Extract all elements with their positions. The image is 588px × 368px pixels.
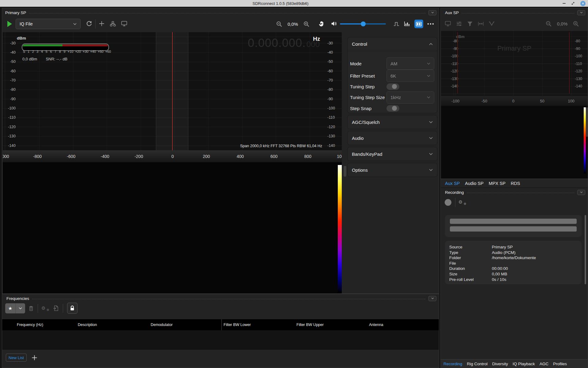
- mute-button[interactable]: [331, 21, 337, 26]
- column-header[interactable]: Demodulator: [136, 323, 209, 327]
- primary-spectrum[interactable]: dBm -30-40-50-60-70-80-90-100-110-120-13…: [3, 32, 342, 150]
- recording-info-row: Pre-roll Level 0s / 10s: [449, 277, 582, 282]
- tab-aux-sp[interactable]: Aux SP: [445, 181, 460, 186]
- tab-rds[interactable]: RDS: [511, 181, 520, 186]
- aux-display-button[interactable]: [445, 21, 451, 26]
- info-value: 0s / 10s: [492, 277, 582, 282]
- gears-icon: ⚙⚙: [458, 200, 466, 204]
- tuning-step-size-label: Tuning Step Size: [350, 95, 385, 100]
- zoom-in-icon: [303, 21, 310, 27]
- audio-section[interactable]: Audio: [347, 131, 437, 145]
- zoom-in-button[interactable]: [303, 21, 310, 27]
- tuning-step-toggle[interactable]: [386, 83, 399, 90]
- aux-span-button[interactable]: [478, 21, 484, 26]
- control-section-header[interactable]: Control: [348, 37, 437, 51]
- aux-waterfall[interactable]: [441, 106, 588, 178]
- tab-profiles[interactable]: Profiles: [553, 362, 567, 366]
- column-header[interactable]: Filter BW Lower: [209, 323, 282, 327]
- split-view-button[interactable]: [414, 20, 423, 28]
- signal-step-button[interactable]: [394, 22, 400, 26]
- snr-readout: SNR: --.- dB: [46, 57, 67, 61]
- tab-iq-playback[interactable]: IQ Playback: [513, 362, 535, 366]
- network-button[interactable]: [110, 21, 116, 26]
- frequencies-collapse-button[interactable]: [428, 296, 436, 301]
- volume-slider-knob[interactable]: [361, 21, 366, 26]
- restore-button[interactable]: [571, 2, 575, 5]
- info-value: 00:00:00: [492, 266, 582, 271]
- tuning-step-size-select[interactable]: 1kHz: [386, 91, 434, 104]
- aux-spectrum[interactable]: dBm Primary SP -80-90-100-110-120-130-14…: [441, 31, 588, 96]
- recording-scrollbar[interactable]: [585, 215, 586, 284]
- refresh-button[interactable]: [86, 21, 92, 27]
- column-header[interactable]: Frequency (Hz): [2, 323, 63, 327]
- aux-filter-button[interactable]: [467, 21, 473, 26]
- options-section[interactable]: Options: [347, 163, 437, 177]
- aux-sp-collapse-button[interactable]: [577, 10, 585, 15]
- import-export-button[interactable]: [53, 305, 59, 311]
- frequencies-panel: Frequencies ★ ⚙⚙: [2, 294, 439, 368]
- info-value: Audio (PCM): [492, 250, 582, 255]
- new-list-button[interactable]: New List: [6, 354, 27, 362]
- spectrum-view-button[interactable]: [404, 21, 410, 26]
- minimize-button[interactable]: [563, 3, 566, 4]
- tuning-filter-band[interactable]: [156, 32, 188, 150]
- pan-button[interactable]: [319, 21, 325, 27]
- tab-recording[interactable]: Recording: [443, 362, 462, 366]
- hand-icon: [319, 21, 325, 27]
- frequency-display[interactable]: 0.000.000. 000: [248, 36, 320, 50]
- waterfall-scrollbar-thumb[interactable]: [344, 166, 346, 177]
- column-header[interactable]: Antenna: [354, 323, 439, 327]
- frequencies-settings-button[interactable]: ⚙⚙: [41, 306, 49, 310]
- star-icon: ★: [8, 306, 12, 311]
- primary-sp-collapse-button[interactable]: [428, 10, 436, 15]
- display-button[interactable]: [121, 21, 127, 26]
- step-snap-toggle[interactable]: [386, 105, 399, 112]
- chevron-down-icon: [19, 307, 22, 309]
- frequency-axis[interactable]: -1000-800-600-400-20002004006008001000: [3, 150, 342, 162]
- mode-select[interactable]: AM: [386, 57, 434, 70]
- record-button[interactable]: [445, 199, 451, 206]
- volume-slider[interactable]: [340, 23, 386, 25]
- tab-mpx-sp[interactable]: MPX SP: [489, 181, 506, 186]
- tuning-step-label: Tuning Step: [350, 84, 375, 89]
- power-readout: 0,0 dBm: [22, 57, 37, 61]
- s-meter-tick: +50: [97, 50, 104, 53]
- source-select[interactable]: IQ File: [16, 19, 81, 29]
- recording-collapse-button[interactable]: [577, 190, 585, 195]
- column-header[interactable]: Filter BW Upper: [282, 323, 354, 327]
- db-axis-left: -30-40-50-60-70-80-90-100-110-120-130-14…: [3, 43, 16, 146]
- primary-waterfall[interactable]: [3, 162, 342, 293]
- add-list-button[interactable]: [32, 355, 37, 361]
- aux-sp-panel: Aux SP: [440, 8, 588, 368]
- bands-keypad-section[interactable]: Bands/KeyPad: [347, 147, 437, 161]
- tab-audio-sp[interactable]: Audio SP: [465, 181, 483, 186]
- more-options-button[interactable]: [427, 23, 434, 25]
- s-meter-tick: +30: [82, 50, 89, 53]
- close-button[interactable]: ×: [580, 1, 586, 6]
- aux-settings-button[interactable]: [456, 21, 462, 26]
- add-button[interactable]: [99, 21, 104, 26]
- delete-button[interactable]: [28, 305, 34, 311]
- aux-scrollbar-thumb[interactable]: [586, 107, 588, 137]
- agc-squelch-section[interactable]: AGC/Squelch: [347, 115, 437, 129]
- favorite-dropdown-button[interactable]: [16, 303, 25, 313]
- zoom-out-button[interactable]: [276, 21, 282, 27]
- favorite-button[interactable]: ★: [5, 303, 16, 313]
- tab-diversity[interactable]: Diversity: [492, 362, 508, 366]
- tab-agc[interactable]: AGC: [540, 362, 548, 366]
- recording-settings-button[interactable]: ⚙⚙: [458, 200, 466, 204]
- frequencies-table-body[interactable]: [2, 330, 439, 350]
- chevron-down-icon: [427, 75, 430, 77]
- aux-notch-button[interactable]: [489, 21, 495, 26]
- aux-zoom-out-button[interactable]: [545, 21, 552, 27]
- info-label: Source: [449, 244, 492, 250]
- s-meter-tick: 3: [35, 50, 40, 53]
- filter-preset-select[interactable]: 6K: [386, 70, 434, 82]
- aux-zoom-in-button[interactable]: [573, 21, 579, 27]
- tab-rig-control[interactable]: Rig Control: [467, 362, 488, 366]
- recording-title: Recording: [445, 190, 464, 195]
- tuning-frequency-line[interactable]: [172, 32, 173, 150]
- lock-button[interactable]: [67, 303, 77, 314]
- column-header[interactable]: Description: [63, 323, 136, 327]
- play-button[interactable]: [7, 21, 12, 27]
